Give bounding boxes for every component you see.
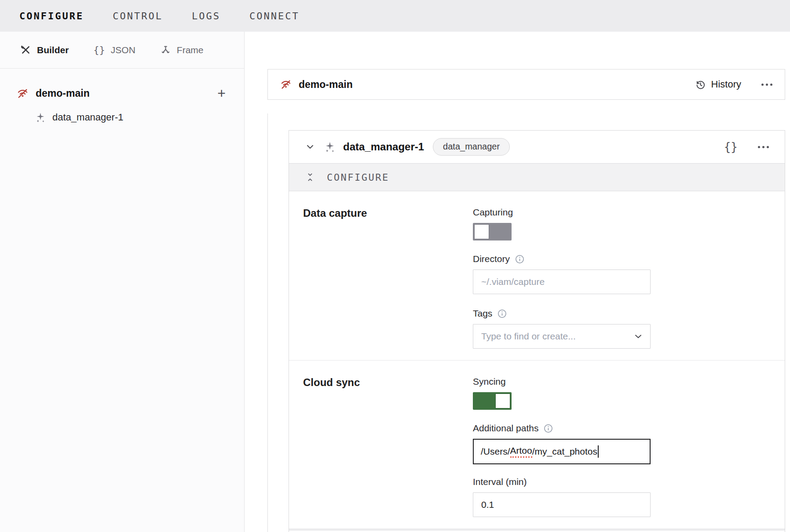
capturing-label: Capturing — [473, 207, 651, 218]
tags-input[interactable] — [473, 324, 651, 349]
sparkles-icon — [35, 112, 46, 123]
part-rail — [267, 113, 268, 532]
misspelled-word: Artoo — [510, 445, 532, 458]
resource-name: data_manager-1 — [52, 112, 123, 123]
view-mode-tabs: Builder {} JSON Frame — [0, 32, 244, 69]
tags-label: Tags — [473, 308, 651, 319]
label-text: Interval (min) — [473, 477, 527, 487]
history-clock-icon — [695, 79, 706, 90]
label-text: Syncing — [473, 376, 506, 387]
add-resource-button[interactable]: + — [217, 86, 226, 100]
section-gap-divider — [289, 528, 785, 531]
configure-section-bar[interactable]: CONFIGURE — [289, 163, 785, 191]
resource-menu-icon[interactable] — [758, 146, 769, 148]
view-tab-label: JSON — [111, 45, 135, 55]
sparkles-icon — [324, 141, 336, 153]
section-title: Cloud sync — [303, 376, 473, 517]
main-panel: demo-main History — [245, 32, 790, 532]
cloud-sync-fields: Syncing Additional paths /Users/Artoo/my… — [473, 376, 651, 517]
interval-label: Interval (min) — [473, 477, 651, 487]
chevron-down-icon[interactable] — [305, 142, 315, 152]
resource-tree: demo-main + data_manager-1 — [0, 69, 244, 123]
label-text: Additional paths — [473, 423, 538, 434]
info-icon[interactable] — [544, 424, 553, 433]
workspace: Builder {} JSON Frame — [0, 32, 790, 532]
info-icon[interactable] — [497, 309, 507, 318]
additional-paths-label: Additional paths — [473, 423, 651, 434]
view-tab-label: Builder — [37, 45, 69, 55]
tags-select — [473, 324, 651, 349]
directory-label: Directory — [473, 254, 651, 264]
resource-type-badge: data_manager — [433, 138, 510, 156]
machine-title: demo-main — [299, 79, 353, 91]
top-nav: CONFIGURE CONTROL LOGS CONNECT — [0, 0, 790, 32]
syncing-label: Syncing — [473, 376, 651, 387]
tree-item-machine[interactable]: demo-main + — [17, 86, 226, 100]
resource-card: data_manager-1 data_manager {} CONFIGURE… — [289, 130, 785, 532]
offline-icon — [280, 79, 292, 90]
toggle-knob — [474, 224, 489, 239]
label-text: Directory — [473, 254, 510, 264]
resource-card-title: data_manager-1 — [343, 141, 424, 153]
resource-card-header: data_manager-1 data_manager {} — [289, 131, 785, 163]
text-caret — [598, 445, 599, 458]
info-icon[interactable] — [515, 255, 524, 264]
interval-input[interactable] — [473, 492, 651, 517]
view-tab-json[interactable]: {} JSON — [93, 44, 135, 55]
curly-braces-icon: {} — [93, 44, 105, 55]
path-text: /Users/ — [481, 446, 510, 457]
path-text: /my_cat_photos — [532, 446, 597, 457]
machine-menu-icon[interactable] — [761, 84, 772, 86]
history-button[interactable]: History — [695, 79, 741, 90]
cloud-sync-section: Cloud sync Syncing Additional paths /Use… — [289, 361, 785, 522]
edit-json-icon[interactable]: {} — [724, 140, 738, 153]
history-label: History — [711, 79, 741, 90]
view-tab-label: Frame — [177, 45, 204, 55]
directory-input[interactable] — [473, 270, 651, 294]
machine-name: demo-main — [36, 87, 210, 99]
configure-section-label: CONFIGURE — [327, 172, 389, 183]
tree-item-resource[interactable]: data_manager-1 — [17, 112, 226, 123]
tab-logs[interactable]: LOGS — [192, 11, 220, 22]
tab-configure[interactable]: CONFIGURE — [19, 11, 84, 22]
tab-control[interactable]: CONTROL — [113, 11, 163, 22]
label-text: Capturing — [473, 207, 513, 218]
additional-paths-input[interactable]: /Users/Artoo/my_cat_photos — [473, 439, 651, 464]
tab-connect[interactable]: CONNECT — [249, 11, 300, 22]
toggle-knob — [495, 394, 510, 408]
sidebar: Builder {} JSON Frame — [0, 32, 245, 532]
capturing-toggle[interactable] — [473, 223, 512, 240]
label-text: Tags — [473, 308, 492, 319]
syncing-toggle[interactable] — [473, 392, 512, 410]
builder-tools-icon — [20, 44, 31, 55]
data-capture-section: Data capture Capturing Directory Ta — [289, 191, 785, 360]
frame-axes-icon — [160, 44, 171, 55]
machine-header-card: demo-main History — [267, 69, 785, 100]
section-title: Data capture — [303, 207, 473, 355]
offline-icon — [17, 87, 29, 99]
view-tab-builder[interactable]: Builder — [20, 44, 69, 55]
data-capture-fields: Capturing Directory Tags — [473, 207, 651, 355]
collapse-icon — [305, 172, 315, 182]
view-tab-frame[interactable]: Frame — [160, 44, 204, 55]
